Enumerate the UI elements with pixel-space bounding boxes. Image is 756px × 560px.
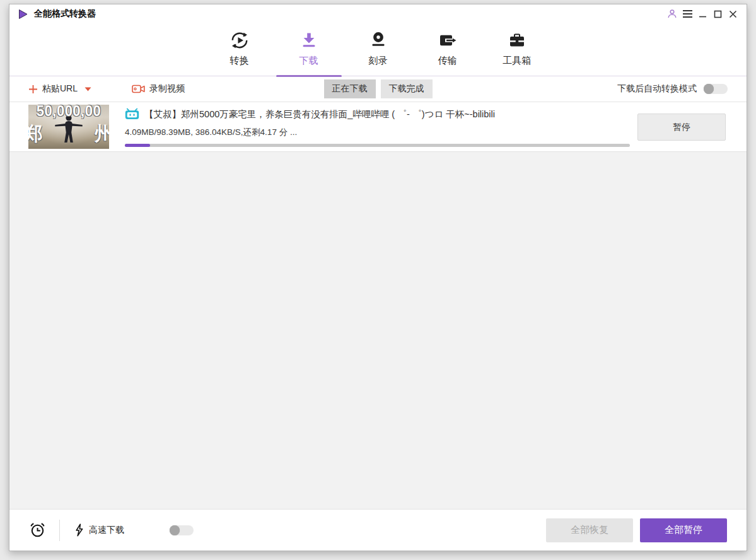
toolbar: 粘贴URL 录制视频 正在下载 下载完成 下载后自动转换模式	[9, 76, 747, 102]
thumbnail-price-text: 50,000,00	[28, 105, 109, 120]
convert-icon	[230, 30, 249, 51]
tab-transfer-label: 传输	[438, 55, 457, 67]
tab-burn[interactable]: 刻录	[344, 23, 413, 76]
footer-bar: 高速下载 全部恢复 全部暂停	[9, 509, 747, 551]
paste-url-label: 粘贴URL	[42, 83, 78, 95]
app-title: 全能格式转换器	[34, 8, 96, 20]
footer-divider	[59, 520, 60, 541]
video-title: 【艾叔】郑州5000万豪宅里，养条巨贵有没有排面_哔哩哔哩 ( ゜- ゜)つロ …	[144, 108, 495, 120]
thumbnail-left-char: 郑	[28, 121, 43, 147]
minimize-icon[interactable]	[695, 6, 710, 21]
progress-bar-fill	[125, 144, 150, 147]
subtab-finished[interactable]: 下载完成	[381, 79, 433, 98]
high-speed-download: 高速下载	[74, 523, 124, 537]
tab-download[interactable]: 下载	[274, 23, 344, 76]
record-video-button[interactable]: 录制视频	[132, 83, 185, 95]
caret-down-icon	[84, 87, 91, 91]
paste-url-button[interactable]: 粘贴URL	[28, 83, 91, 95]
lightning-icon	[74, 523, 83, 537]
tab-convert-label: 转换	[230, 55, 249, 67]
download-progress-text: 4.09MB/98.39MB, 386.04KB/S,还剩4.17 分 ...	[125, 127, 630, 138]
high-speed-toggle[interactable]	[170, 525, 194, 535]
tab-transfer[interactable]: 传输	[413, 23, 482, 76]
burn-icon	[369, 30, 387, 51]
auto-convert-label: 下载后自动转换模式	[617, 83, 697, 95]
high-speed-label: 高速下载	[89, 525, 124, 536]
download-icon	[300, 30, 318, 51]
download-subtabs: 正在下载 下载完成	[324, 79, 433, 98]
download-item-row: 50,000,00 郑 州 【艾叔】郑州5000万豪宅里，养条巨贵有没有排面_哔…	[9, 102, 747, 152]
tab-burn-label: 刻录	[369, 55, 388, 67]
progress-bar-track	[125, 144, 630, 147]
menu-icon[interactable]	[680, 6, 695, 21]
pause-button[interactable]: 暂停	[637, 114, 726, 141]
tab-toolbox[interactable]: 工具箱	[482, 23, 552, 76]
app-logo-icon	[18, 9, 28, 20]
download-item-info: 【艾叔】郑州5000万豪宅里，养条巨贵有没有排面_哔哩哔哩 ( ゜- ゜)つロ …	[125, 105, 630, 147]
download-list-area	[9, 152, 747, 509]
auto-convert-mode: 下载后自动转换模式	[617, 83, 728, 95]
thumbnail-right-char: 州	[95, 121, 109, 147]
pause-all-button[interactable]: 全部暂停	[640, 518, 727, 542]
maximize-icon[interactable]	[710, 6, 725, 21]
bilibili-icon	[125, 108, 139, 120]
resume-all-button[interactable]: 全部恢复	[546, 518, 633, 542]
video-thumbnail: 50,000,00 郑 州	[28, 105, 109, 149]
account-icon[interactable]	[665, 6, 680, 21]
plus-icon	[28, 85, 38, 94]
tab-toolbox-label: 工具箱	[503, 55, 531, 67]
transfer-icon	[438, 30, 457, 51]
close-icon[interactable]	[725, 6, 740, 21]
record-video-label: 录制视频	[149, 83, 185, 95]
tab-convert[interactable]: 转换	[205, 23, 274, 76]
toolbox-icon	[508, 30, 526, 51]
app-window: 全能格式转换器	[9, 4, 747, 551]
auto-convert-toggle[interactable]	[704, 84, 728, 94]
footer-buttons: 全部恢复 全部暂停	[546, 518, 727, 542]
titlebar: 全能格式转换器	[9, 4, 747, 23]
camera-icon	[132, 84, 145, 94]
window-controls	[665, 4, 740, 23]
subtab-downloading[interactable]: 正在下载	[324, 79, 376, 98]
main-nav: 转换 下载 刻录	[9, 23, 747, 76]
tab-download-label: 下载	[299, 55, 318, 67]
schedule-clock-icon[interactable]	[29, 522, 46, 539]
